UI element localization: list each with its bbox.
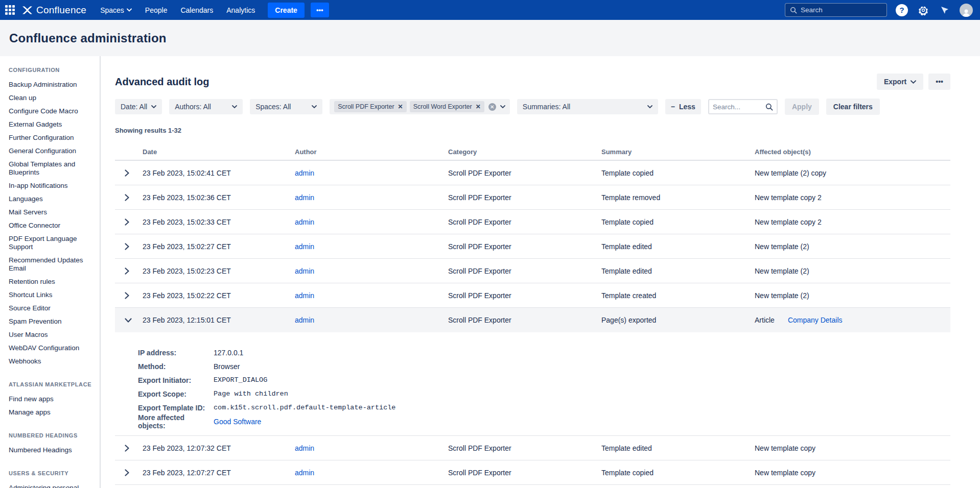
sidebar-item-manage-apps[interactable]: Manage apps [9,406,95,419]
sidebar-item-configure-code-macro[interactable]: Configure Code Macro [9,105,95,118]
expand-row-button[interactable] [115,445,143,452]
export-button[interactable]: Export [877,74,923,90]
cell-category: Scroll PDF Exporter [448,193,601,202]
sidebar-item-mail-servers[interactable]: Mail Servers [9,206,95,219]
apply-button[interactable]: Apply [785,99,819,115]
create-button[interactable]: Create [268,3,305,18]
cell-summary: Template copied [601,169,755,177]
filter-search[interactable] [708,99,778,114]
sidebar-item-languages[interactable]: Languages [9,192,95,206]
nav-more-button[interactable]: ••• [311,3,329,17]
expand-row-button[interactable] [115,218,143,226]
nav-item-analytics[interactable]: Analytics [222,3,260,17]
cell-summary: Template created [601,291,755,300]
sidebar-item-find-new-apps[interactable]: Find new apps [9,393,95,406]
expand-row-button[interactable] [115,267,143,275]
profile-button[interactable] [960,4,973,17]
column-header-summary: Summary [601,148,755,156]
cell-category: Scroll PDF Exporter [448,242,601,251]
sidebar-item-clean-up[interactable]: Clean up [9,91,95,105]
filter-authors[interactable]: Authors: All [169,99,243,114]
sidebar-section: USERS & SECURITYAdministering personal a… [9,470,95,488]
author-link[interactable]: admin [295,444,314,452]
collapse-row-button[interactable] [115,318,143,323]
affected-object-link[interactable]: Company Details [788,316,843,324]
nav-item-spaces[interactable]: Spaces [96,3,136,17]
detail-label: IP address: [138,349,214,357]
nav-item-people[interactable]: People [141,3,172,17]
expand-row-button[interactable] [115,243,143,250]
cell-summary: Template edited [601,267,755,275]
author-link[interactable]: admin [295,218,314,226]
filter-date[interactable]: Date: All [115,99,162,114]
search-icon [765,103,773,111]
sidebar-item-webdav-configuration[interactable]: WebDAV Configuration [9,341,95,355]
sidebar-item-further-configuration[interactable]: Further Configuration [9,131,95,144]
cell-affected: New template (2) [755,267,950,275]
sidebar-item-user-macros[interactable]: User Macros [9,328,95,341]
clear-filters-button[interactable]: Clear filters [826,99,880,115]
filter-categories[interactable]: Scroll PDF Exporter ✕ Scroll Word Export… [330,99,510,114]
clear-selection-icon[interactable]: ✕ [488,103,496,111]
table-row: 23 Feb 2023, 12:15:01 CETadminScroll PDF… [115,308,950,332]
remove-tag-icon[interactable]: ✕ [476,103,481,110]
filter-spaces[interactable]: Spaces: All [250,99,322,114]
page-header: Confluence administration [0,20,980,56]
sidebar-item-administering-personal-access-tokens[interactable]: Administering personal access tokens [9,481,95,488]
sidebar-item-in-app-notifications[interactable]: In-app Notifications [9,179,95,192]
sidebar-item-numbered-headings[interactable]: Numbered Headings [9,444,95,457]
app-switcher-icon[interactable] [5,5,15,15]
cell-author: admin [295,291,448,300]
sidebar-item-webhooks[interactable]: Webhooks [9,355,95,368]
expand-row-button[interactable] [115,169,143,177]
sidebar-item-retention-rules[interactable]: Retention rules [9,275,95,288]
expand-row-button[interactable] [115,194,143,201]
sidebar-item-backup-administration[interactable]: Backup Administration [9,78,95,91]
table-row: 23 Feb 2023, 15:02:33 CETadminScroll PDF… [115,210,950,234]
detail-value-link[interactable]: Good Software [214,418,261,426]
author-link[interactable]: admin [295,469,314,477]
sidebar-item-global-templates-and-blueprints[interactable]: Global Templates and Blueprints [9,158,95,179]
chevron-right-icon [125,445,129,452]
chevron-down-icon [125,318,132,323]
help-button[interactable]: ? [895,4,908,17]
author-link[interactable]: admin [295,291,314,300]
affected-object-label: Article [755,316,775,324]
table-more-button[interactable]: ••• [928,74,950,90]
filter-search-input[interactable] [713,103,765,111]
expand-row-button[interactable] [115,469,143,476]
author-link[interactable]: admin [295,242,314,251]
remove-tag-icon[interactable]: ✕ [398,103,403,110]
cell-category: Scroll PDF Exporter [448,218,601,226]
author-link[interactable]: admin [295,193,314,202]
settings-button[interactable] [917,4,930,17]
sidebar-item-source-editor[interactable]: Source Editor [9,302,95,315]
cell-date: 23 Feb 2023, 12:07:32 CET [143,444,295,452]
cell-date: 23 Feb 2023, 15:02:36 CET [143,193,295,202]
search-icon [790,7,797,14]
sidebar-item-spam-prevention[interactable]: Spam Prevention [9,315,95,328]
author-link[interactable]: admin [295,267,314,275]
nav-item-calendars[interactable]: Calendars [176,3,218,17]
expand-row-button[interactable] [115,292,143,299]
global-search[interactable] [785,3,887,17]
author-link[interactable]: admin [295,169,314,177]
author-link[interactable]: admin [295,316,314,324]
sidebar-item-general-configuration[interactable]: General Configuration [9,144,95,158]
sidebar-item-recommended-updates-email[interactable]: Recommended Updates Email [9,254,95,275]
chevron-right-icon [125,218,129,226]
sidebar-item-shortcut-links[interactable]: Shortcut Links [9,288,95,302]
confluence-logo[interactable]: Confluence [22,5,86,16]
flag-icon [940,5,950,15]
sidebar-item-pdf-export-language-support[interactable]: PDF Export Language Support [9,232,95,254]
global-search-input[interactable] [801,6,882,14]
cell-category: Scroll PDF Exporter [448,469,601,477]
sidebar-item-external-gadgets[interactable]: External Gadgets [9,118,95,131]
sidebar-item-office-connector[interactable]: Office Connector [9,219,95,232]
filter-summaries[interactable]: Summaries: All [517,99,658,114]
less-filters-button[interactable]: − Less [665,99,701,114]
sidebar-section: ATLASSIAN MARKETPLACEFind new appsManage… [9,381,95,419]
detail-row: Export Template ID:com.k15t.scroll.pdf.d… [138,401,950,414]
notifications-button[interactable] [938,4,951,17]
cell-author: admin [295,267,448,275]
